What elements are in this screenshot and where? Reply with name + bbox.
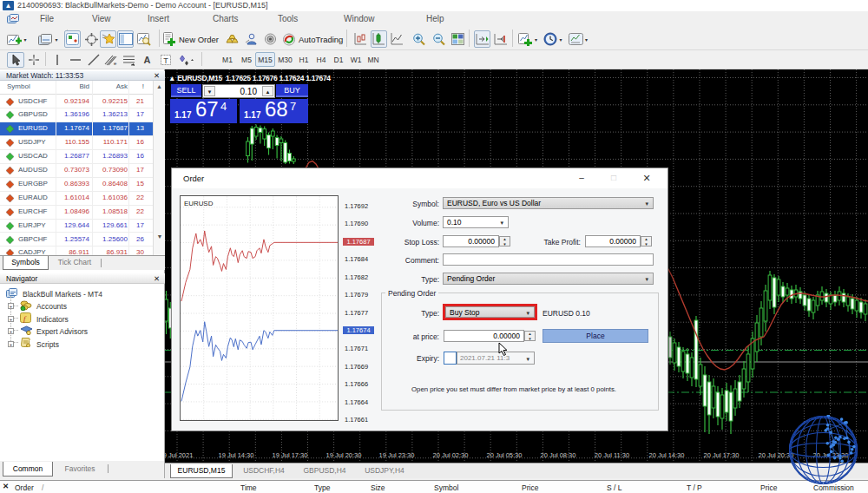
svg-text:EURUSD: EURUSD <box>184 200 214 207</box>
svg-text:T: T <box>163 56 168 65</box>
svg-text:e: e <box>114 61 117 66</box>
